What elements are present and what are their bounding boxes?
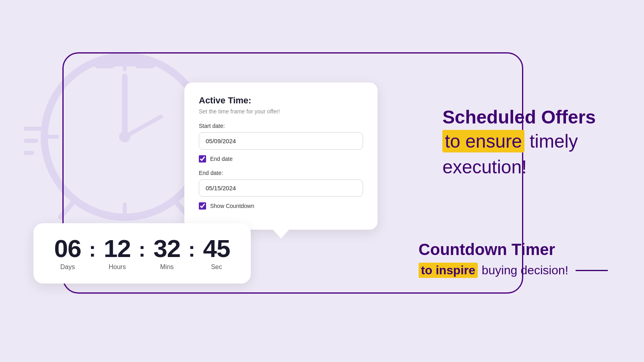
- mins-unit: 32 Mins: [149, 236, 185, 271]
- countdown-subtitle-rest: buying decision!: [482, 263, 568, 277]
- scheduled-subtitle: to ensure timely: [442, 130, 596, 154]
- bubble-pointer: [273, 230, 289, 239]
- scheduled-execution: execution!: [442, 155, 596, 179]
- end-date-checkbox-row[interactable]: End date: [199, 155, 363, 162]
- scheduled-title: Scheduled Offers: [442, 107, 596, 128]
- hours-unit: 12 Hours: [99, 236, 135, 271]
- show-countdown-checkbox[interactable]: [199, 202, 206, 210]
- sec-unit: 45 Sec: [198, 236, 235, 271]
- active-time-card: Active Time: Set the time frame for your…: [184, 82, 378, 230]
- countdown-timer-card: 06 Days : 12 Hours : 32 Mins : 45 Sec: [33, 223, 251, 284]
- start-date-input[interactable]: [199, 132, 363, 150]
- hours-label: Hours: [109, 263, 126, 271]
- start-date-label: Start date:: [199, 123, 363, 129]
- colon-1: :: [86, 239, 99, 260]
- countdown-text-section: Countdown Timer to inspire buying decisi…: [419, 241, 608, 278]
- end-date-input[interactable]: [199, 179, 363, 197]
- card-subtitle: Set the time frame for your offer!: [199, 108, 363, 115]
- svg-rect-6: [135, 58, 155, 68]
- countdown-subtitle: to inspire buying decision!: [419, 263, 608, 278]
- highlight-to-inspire: to inspire: [419, 263, 478, 278]
- scheduled-offers-section: Scheduled Offers to ensure timely execut…: [442, 107, 596, 179]
- hours-value: 12: [104, 236, 131, 261]
- show-countdown-label: Show Countdown: [210, 203, 254, 209]
- end-date-checkbox-label: End date: [210, 156, 233, 162]
- colon-3: :: [185, 239, 198, 260]
- mins-label: Mins: [160, 263, 174, 271]
- svg-line-11: [60, 203, 72, 217]
- end-date-checkbox[interactable]: [199, 155, 206, 162]
- highlight-to-ensure: to ensure: [442, 130, 524, 152]
- days-label: Days: [60, 263, 75, 271]
- svg-line-2: [125, 117, 161, 137]
- svg-point-3: [119, 131, 130, 142]
- days-value: 06: [54, 236, 81, 261]
- colon-2: :: [135, 239, 149, 260]
- sec-value: 45: [203, 236, 230, 261]
- countdown-title: Countdown Timer: [419, 241, 608, 259]
- card-title: Active Time:: [199, 95, 363, 106]
- mins-value: 32: [153, 236, 180, 261]
- svg-rect-5: [95, 58, 115, 68]
- subtitle-timely: timely: [524, 131, 578, 152]
- deco-line: [576, 270, 608, 271]
- days-unit: 06 Days: [50, 236, 86, 271]
- show-countdown-checkbox-row[interactable]: Show Countdown: [199, 202, 363, 210]
- end-date-label: End date:: [199, 170, 363, 176]
- sec-label: Sec: [211, 263, 222, 271]
